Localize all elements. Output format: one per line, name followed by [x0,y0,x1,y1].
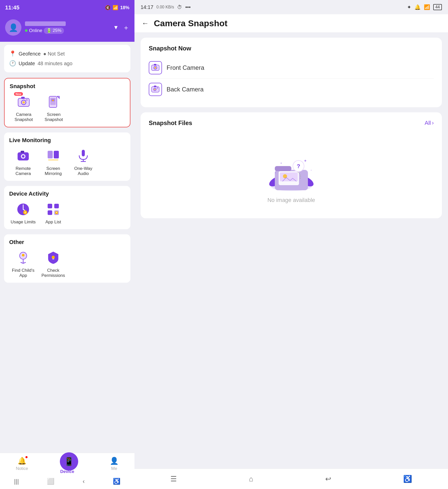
back-camera-option[interactable]: Back Camera [149,79,434,100]
right-header: ← Camera Snapshot [134,14,448,33]
svg-point-23 [23,210,27,214]
back-camera-icon-box [149,83,162,96]
back-button[interactable]: ← [142,19,149,28]
right-sys-back-icon[interactable]: ↩ [325,475,331,483]
check-permissions-item[interactable]: Check Permissions [39,250,67,278]
device-activity-grid: Usage Limits App List [9,201,125,225]
device-battery: 🔋 25% [44,28,64,34]
update-icon: 🕐 [9,60,16,67]
right-wifi-icon: 📶 [424,4,430,10]
live-monitoring-section: Live Monitoring Remote Camera [4,132,130,181]
new-badge: New [14,92,23,96]
remote-camera-icon [16,149,30,163]
right-sys-accessibility-icon: ♿ [403,475,412,483]
online-dot [25,29,28,32]
geofence-icon: 📍 [9,50,16,57]
svg-text:?: ? [297,163,300,169]
right-indicator-icon: ⏱ [177,4,182,10]
find-childs-app-icon-box [15,250,31,266]
nav-me[interactable]: 👤 Me [110,457,119,471]
svg-rect-14 [21,151,24,153]
screen-mirroring-icon-box [45,148,61,164]
svg-line-35 [21,262,23,263]
bluetooth-icon: ✦ [407,4,411,10]
app-list-icon-box [45,201,61,218]
front-camera-icon-box [149,61,162,74]
right-system-bar: ☰ ⌂ ↩ ♿ [134,469,448,489]
snapshot-section: Snapshot New Camera Snapshot [4,78,130,127]
battery-text: 18% [120,5,129,10]
right-sys-menu-icon[interactable]: ☰ [170,475,177,483]
sys-accessibility-icon: ♿ [113,478,120,485]
right-status-bar: 14:17 0.00 KB/s ⏱ ••• ✦ 🔔 📶 44 [134,0,448,14]
update-row: 🕐 Update 48 minutes ago [9,59,125,68]
nav-notice[interactable]: 🔔 Notice [16,457,28,471]
nav-device-circle[interactable]: 📱 [60,452,78,471]
right-content: Snapshot Now Front Camera [134,33,448,469]
dropdown-icon[interactable]: ▼ [113,24,119,31]
app-list-item[interactable]: App List [39,201,67,225]
find-childs-app-item[interactable]: Find Child's App [9,250,37,278]
front-camera-option[interactable]: Front Camera [149,57,434,78]
remote-camera-item[interactable]: Remote Camera [9,148,37,176]
me-nav-label: Me [111,466,117,471]
svg-rect-2 [21,97,25,99]
all-files-link[interactable]: All › [425,120,434,126]
right-status-left: 14:17 0.00 KB/s ⏱ ••• [141,4,191,10]
check-permissions-label: Check Permissions [39,268,67,278]
left-status-icons: 🔇 📶 18% [105,5,129,10]
avatar: 👤 [5,19,21,36]
usage-limits-item[interactable]: Usage Limits [9,201,37,225]
all-label: All [425,120,431,126]
check-permissions-icon [46,251,60,265]
one-way-audio-item[interactable]: One-Way Audio [69,148,97,176]
check-permissions-icon-box [45,250,61,266]
camera-snapshot-icon [17,95,31,109]
no-image-svg: ? ✦ ✦ + + [261,142,322,193]
one-way-audio-label: One-Way Audio [69,166,97,176]
svg-point-8 [52,100,54,101]
right-sys-home-icon[interactable]: ⌂ [249,475,253,483]
device-nav-label-active: Device [60,469,74,474]
update-label: Update [19,61,35,66]
camera-snapshot-label: Camera Snapshot [10,112,38,122]
right-time: 14:17 [141,4,153,10]
sys-back-icon[interactable]: ‹ [83,478,85,485]
add-icon[interactable]: ＋ [123,23,129,32]
sys-menu-icon[interactable]: ||| [14,478,19,485]
svg-rect-16 [54,151,59,158]
screen-mirroring-item[interactable]: Screen Mirroring [39,148,67,176]
screen-mirroring-icon [46,149,60,163]
left-system-bar: ||| ⬜ ‹ ♿ [0,474,134,489]
device-activity-section: Device Activity Usage Limits [4,186,130,229]
screen-snapshot-item[interactable]: Screen Snapshot [40,94,68,122]
one-way-audio-icon [76,149,90,163]
camera-snapshot-item[interactable]: New Camera Snapshot [10,94,38,122]
camera-snapshot-icon-box: New [16,94,32,110]
snapshot-files-card: Snapshot Files All › [141,112,442,218]
geofence-label: Geofence [19,51,41,57]
header-right-icons: ▼ ＋ [113,23,129,32]
front-camera-icon [151,63,160,72]
sys-home-icon[interactable]: ⬜ [47,478,55,485]
svg-point-13 [22,155,24,158]
svg-text:✦: ✦ [304,159,307,163]
update-value: 48 minutes ago [38,61,73,66]
remote-camera-icon-box [15,148,31,164]
screen-snapshot-icon [47,95,61,109]
device-icon: 📱 [64,457,74,466]
mute-icon: 🔇 [105,5,111,10]
svg-rect-28 [48,210,52,215]
svg-point-46 [154,89,156,90]
snapshot-files-title: Snapshot Files [149,119,192,127]
snapshot-files-header: Snapshot Files All › [149,119,434,127]
svg-marker-10 [57,96,59,98]
right-speed: 0.00 KB/s [156,5,174,9]
app-list-icon [46,202,60,216]
notice-icon: 🔔 [18,457,26,465]
device-activity-title: Device Activity [9,191,125,197]
usage-limits-icon [16,202,30,216]
svg-text:✦: ✦ [280,161,282,165]
right-battery: 44 [433,4,442,10]
other-title: Other [9,239,125,246]
